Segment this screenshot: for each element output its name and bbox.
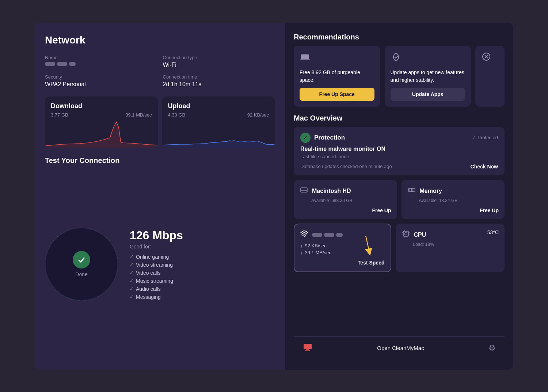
wifi-blur-3 — [336, 233, 343, 237]
protected-check-icon: ✓ — [472, 135, 476, 140]
good-for-label: Good for: — [130, 244, 275, 250]
wifi-name — [312, 233, 343, 237]
wifi-blur-1 — [312, 233, 322, 237]
speed-item-6: Messaging — [130, 294, 275, 300]
update-apps-button[interactable]: Update Apps — [391, 88, 465, 101]
app-logo-icon — [302, 342, 313, 354]
wifi-icon — [300, 230, 308, 240]
speed-results: 126 Mbps Good for: Online gaming Video s… — [130, 229, 275, 300]
download-chart-area — [45, 120, 158, 148]
svg-rect-2 — [301, 54, 309, 60]
test-speed-button[interactable]: Test Speed — [300, 260, 385, 266]
speed-item-3: Video calls — [130, 270, 275, 276]
rec-card-3 — [475, 46, 505, 107]
protection-card: ✓ Protection ✓ Protected Real-time malwa… — [294, 127, 505, 175]
rec-icon-2 — [391, 52, 465, 65]
network-wifi-card: ↑ 92 KB/sec ↓ 39.1 MB/sec Test Speed — [294, 224, 391, 272]
mac-overview-section: Mac Overview ✓ Protection ✓ Protected — [294, 114, 505, 329]
connection-type-group: Connection type Wi-Fi — [163, 55, 275, 68]
connection-type-label: Connection type — [163, 55, 275, 60]
download-chart-card: Download 3.77 GB 39.1 MB/sec — [45, 96, 158, 148]
security-value: WPA2 Personal — [45, 81, 157, 88]
memory-header: Memory — [407, 186, 499, 197]
upload-speed-value: 92 KB/sec — [305, 243, 327, 248]
wifi-blur-2 — [324, 233, 334, 237]
svg-rect-3 — [300, 59, 310, 60]
rec-icon-3 — [481, 52, 499, 64]
download-stat: ↓ 39.1 MB/sec — [300, 250, 385, 255]
rec-text-2: Update apps to get new features and high… — [391, 69, 465, 84]
protection-footer: Database updates checked one minute ago … — [300, 164, 498, 170]
name-value — [45, 62, 157, 66]
malware-status: Real-time malware monitor ON — [300, 146, 498, 152]
connection-time-group: Connection time 2d 1h 10m 11s — [163, 74, 275, 88]
free-up-space-button[interactable]: Free Up Space — [300, 88, 374, 101]
bottom-center-text[interactable]: Open CleanMyMac — [377, 345, 424, 351]
svg-rect-8 — [408, 189, 415, 191]
security-group: Security WPA2 Personal — [45, 74, 157, 88]
cpu-card: CPU 53°C Load: 18% — [396, 224, 505, 272]
download-label: Download — [51, 102, 152, 110]
network-stats: ↑ 92 KB/sec ↓ 39.1 MB/sec — [300, 243, 385, 255]
svg-rect-21 — [405, 233, 407, 235]
name-group: Name — [45, 55, 157, 68]
bottom-logo — [302, 342, 313, 354]
svg-rect-20 — [403, 231, 408, 236]
speed-value: 126 Mbps — [130, 229, 275, 242]
svg-rect-31 — [306, 349, 309, 350]
upload-total: 4.33 GB — [168, 112, 186, 118]
shield-icon: ✓ — [300, 133, 311, 143]
download-stats: 3.77 GB 39.1 MB/sec — [51, 112, 152, 118]
app-container: Network Name Connection type Wi-Fi Secur… — [35, 23, 513, 370]
macintosh-hd-card: Macintosh HD Available: 688.30 GB Free U… — [294, 180, 397, 219]
right-panel: Recommendations Free 8.92 GB of purgeabl… — [285, 23, 513, 370]
name-label: Name — [45, 55, 157, 60]
speed-circle-container: Done — [45, 228, 118, 301]
left-panel: Network Name Connection type Wi-Fi Secur… — [35, 23, 285, 370]
download-total: 3.77 GB — [51, 112, 68, 118]
cpu-icon — [402, 229, 410, 240]
svg-rect-30 — [304, 344, 312, 349]
protected-badge: ✓ Protected — [472, 135, 498, 140]
macintosh-free-up-button[interactable]: Free Up — [300, 208, 391, 213]
settings-icon[interactable]: ⚙ — [488, 343, 496, 353]
upload-label: Upload — [168, 102, 269, 110]
network-wifi-wrapper: ↑ 92 KB/sec ↓ 39.1 MB/sec Test Speed — [294, 224, 391, 272]
upload-chart-card: Upload 4.33 GB 92 KB/sec — [162, 96, 275, 148]
memory-card: Memory Available: 13.34 GB Free Up — [402, 180, 505, 219]
speed-item-4: Music streaming — [130, 278, 275, 284]
network-card-header — [300, 230, 385, 240]
upload-arrow-icon: ↑ — [300, 243, 303, 248]
security-label: Security — [45, 74, 157, 80]
upload-speed: 92 KB/sec — [247, 112, 269, 118]
last-scanned: Last file scanned: node — [300, 154, 498, 159]
check-now-button[interactable]: Check Now — [471, 164, 498, 170]
speed-item-2: Video streaming — [130, 262, 275, 268]
recommendations-title: Recommendations — [294, 33, 505, 41]
memory-free-up-button[interactable]: Free Up — [407, 208, 499, 213]
upload-stat: ↑ 92 KB/sec — [300, 243, 385, 248]
cpu-title-text: CPU — [414, 232, 426, 238]
download-speed: 39.1 MB/sec — [125, 112, 152, 118]
svg-point-7 — [306, 191, 307, 192]
storage-row: Macintosh HD Available: 688.30 GB Free U… — [294, 180, 505, 219]
blur-dot-2 — [57, 62, 67, 66]
charts-row: Download 3.77 GB 39.1 MB/sec Upload — [45, 96, 275, 148]
speed-item-5: Audio calls — [130, 286, 275, 292]
cpu-temp-value: 53°C — [487, 229, 499, 235]
network-info: Name Connection type Wi-Fi Security WPA2… — [45, 55, 275, 88]
connection-type-value: Wi-Fi — [163, 62, 275, 68]
cpu-load-value: Load: 18% — [402, 242, 499, 247]
speed-test-content: Done 126 Mbps Good for: Online gaming Vi… — [45, 171, 275, 358]
protection-header: ✓ Protection ✓ Protected — [300, 133, 498, 143]
upload-stats: 4.33 GB 92 KB/sec — [168, 112, 269, 118]
protection-title: Protection — [314, 134, 345, 141]
speed-circle: Done — [45, 228, 118, 301]
cpu-title-row: CPU — [402, 229, 426, 240]
done-label: Done — [75, 271, 87, 277]
speed-test-section: Test Your Connection Done — [45, 156, 275, 358]
test-connection-title: Test Your Connection — [45, 156, 275, 165]
macintosh-hd-available: Available: 688.30 GB — [300, 198, 391, 203]
connection-time-label: Connection time — [163, 74, 275, 80]
rec-icon-1 — [300, 52, 374, 65]
